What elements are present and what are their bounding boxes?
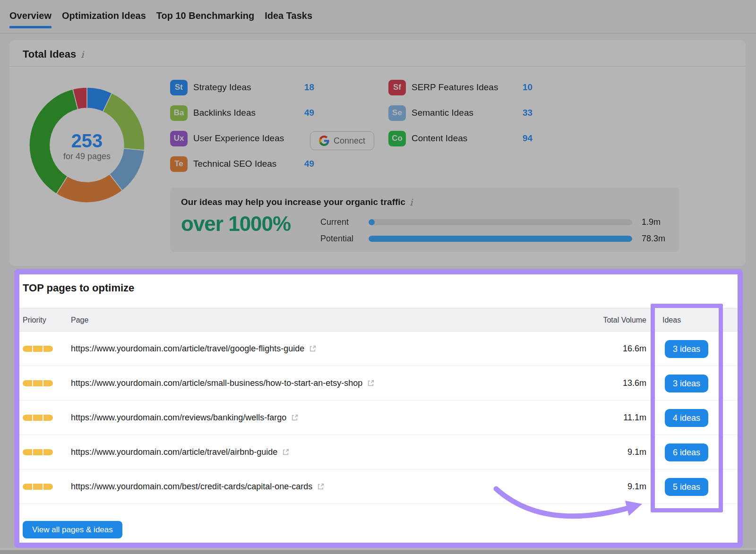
total-volume-value: 13.6m xyxy=(623,366,646,401)
priority-bars xyxy=(23,380,53,386)
external-link-icon[interactable] xyxy=(317,483,325,491)
content-ideas-count[interactable]: 94 xyxy=(523,133,533,144)
technical-seo-ideas-count[interactable]: 49 xyxy=(304,159,314,169)
view-all-pages-button[interactable]: View all pages & ideas xyxy=(23,521,122,538)
ideas-button[interactable]: 5 ideas xyxy=(665,478,708,496)
content-badge-icon: Co xyxy=(388,131,406,146)
current-progress-bar xyxy=(369,219,632,225)
tab-idea-tasks[interactable]: Idea Tasks xyxy=(265,10,312,27)
potential-progress-bar xyxy=(369,236,632,242)
column-header-page: Page xyxy=(71,308,88,332)
google-connect-button[interactable]: Connect xyxy=(310,131,374,150)
ideas-button[interactable]: 4 ideas xyxy=(665,409,708,427)
priority-bars xyxy=(23,346,53,352)
top-pages-title: TOP pages to optimize xyxy=(23,282,134,294)
page-url: https://www.yourdomain.com/best/credit-c… xyxy=(71,482,312,492)
external-link-icon[interactable] xyxy=(309,345,317,353)
total-ideas-donut-chart: 253 for 49 pages xyxy=(27,85,146,205)
card-divider xyxy=(9,66,746,67)
page: { "tabs": { "items": [ {"label": "Overvi… xyxy=(0,0,756,554)
backlinks-badge-icon: Ba xyxy=(170,105,188,121)
ux-badge-icon: Ux xyxy=(170,131,188,146)
dimmed-bottom-strip xyxy=(0,548,756,554)
legend-item-serp-features: Sf SERP Features Ideas 10 xyxy=(388,79,535,95)
total-ideas-title: Total Ideas xyxy=(23,48,76,60)
traffic-row-current: Current 1.9m xyxy=(170,217,679,227)
legend-label: SERP Features Ideas xyxy=(412,82,498,93)
potential-label: Potential xyxy=(320,234,353,244)
tab-top-10-benchmarking[interactable]: Top 10 Benchmarking xyxy=(156,10,254,27)
column-header-priority: Priority xyxy=(23,308,46,332)
ideas-button[interactable]: 3 ideas xyxy=(665,375,708,392)
serp-features-ideas-count[interactable]: 10 xyxy=(523,82,533,93)
legend-item-content: Co Content Ideas 94 xyxy=(388,130,535,146)
info-icon[interactable]: i xyxy=(81,50,84,59)
potential-value: 78.3m xyxy=(642,234,665,244)
legend-item-backlinks: Ba Backlinks Ideas 49 xyxy=(170,105,317,121)
total-volume-value: 16.6m xyxy=(623,332,646,366)
total-volume-value: 11.1m xyxy=(623,401,646,435)
total-ideas-card: Total Ideas i 253 for 49 pages St Strate… xyxy=(9,40,746,266)
column-header-total-volume: Total Volume xyxy=(603,308,646,332)
external-link-icon[interactable] xyxy=(291,414,299,422)
connect-button-label: Connect xyxy=(334,136,365,146)
tab-bar: Overview Optimization Ideas Top 10 Bench… xyxy=(9,10,312,27)
legend-label: Backlinks Ideas xyxy=(193,108,256,118)
page-url: https://www.yourdomain.com/article/trave… xyxy=(71,344,304,354)
priority-bars xyxy=(23,449,53,455)
traffic-row-potential: Potential 78.3m xyxy=(170,234,679,243)
ideas-button[interactable]: 6 ideas xyxy=(665,443,708,461)
dimmed-background-area: Overview Optimization Ideas Top 10 Bench… xyxy=(0,0,756,269)
donut-subtitle: for 49 pages xyxy=(63,152,111,162)
current-value: 1.9m xyxy=(642,217,661,227)
google-logo-icon xyxy=(319,136,329,146)
table-row: https://www.yourdomain.com/best/credit-c… xyxy=(19,469,738,504)
current-label: Current xyxy=(320,217,349,227)
strategy-badge-icon: St xyxy=(170,80,188,95)
legend-item-semantic: Se Semantic Ideas 33 xyxy=(388,105,535,121)
external-link-icon[interactable] xyxy=(282,448,290,456)
technical-seo-badge-icon: Te xyxy=(170,156,188,172)
legend-label: Strategy Ideas xyxy=(193,82,251,93)
legend-label: Semantic Ideas xyxy=(412,108,473,118)
tab-optimization-ideas[interactable]: Optimization Ideas xyxy=(62,10,146,27)
legend-label: Content Ideas xyxy=(412,133,467,144)
ideas-button[interactable]: 3 ideas xyxy=(665,340,708,358)
legend-item-user-experience: Ux User Experience Ideas xyxy=(170,130,317,146)
column-header-ideas: Ideas xyxy=(662,308,681,332)
organic-traffic-panel: Our ideas may help you increase your org… xyxy=(170,188,679,252)
semantic-badge-icon: Se xyxy=(388,105,406,121)
priority-bars xyxy=(23,415,53,421)
donut-center-label: 253 for 49 pages xyxy=(50,127,124,165)
semantic-ideas-count[interactable]: 33 xyxy=(523,108,533,118)
info-icon[interactable]: i xyxy=(410,198,412,207)
strategy-ideas-count[interactable]: 18 xyxy=(304,82,314,93)
total-volume-value: 9.1m xyxy=(627,469,646,504)
priority-bars xyxy=(23,484,53,490)
serp-features-badge-icon: Sf xyxy=(388,80,406,95)
table-row: https://www.yourdomain.com/article/trave… xyxy=(19,332,738,366)
legend-item-strategy: St Strategy Ideas 18 xyxy=(170,79,317,95)
page-url: https://www.yourdomain.com/article/trave… xyxy=(71,447,277,457)
tab-overview[interactable]: Overview xyxy=(9,10,52,27)
table-row: https://www.yourdomain.com/reviews/banki… xyxy=(19,401,738,435)
legend-label: User Experience Ideas xyxy=(193,133,284,144)
tab-bar-divider xyxy=(0,33,756,34)
donut-total-value: 253 xyxy=(71,131,103,151)
traffic-panel-title: Our ideas may help you increase your org… xyxy=(181,197,405,207)
table-header-row: Priority Page Total Volume Ideas xyxy=(19,308,738,332)
total-volume-value: 9.1m xyxy=(627,435,646,469)
legend-item-technical-seo: Te Technical SEO Ideas 49 xyxy=(170,156,317,172)
page-url: https://www.yourdomain.com/article/small… xyxy=(71,378,362,388)
table-row: https://www.yourdomain.com/article/trave… xyxy=(19,435,738,469)
top-pages-highlight-section: TOP pages to optimize Priority Page Tota… xyxy=(14,269,743,548)
legend-label: Technical SEO Ideas xyxy=(193,159,276,169)
table-row: https://www.yourdomain.com/article/small… xyxy=(19,366,738,401)
page-url: https://www.yourdomain.com/reviews/banki… xyxy=(71,413,286,423)
backlinks-ideas-count[interactable]: 49 xyxy=(304,108,314,118)
external-link-icon[interactable] xyxy=(367,379,375,387)
